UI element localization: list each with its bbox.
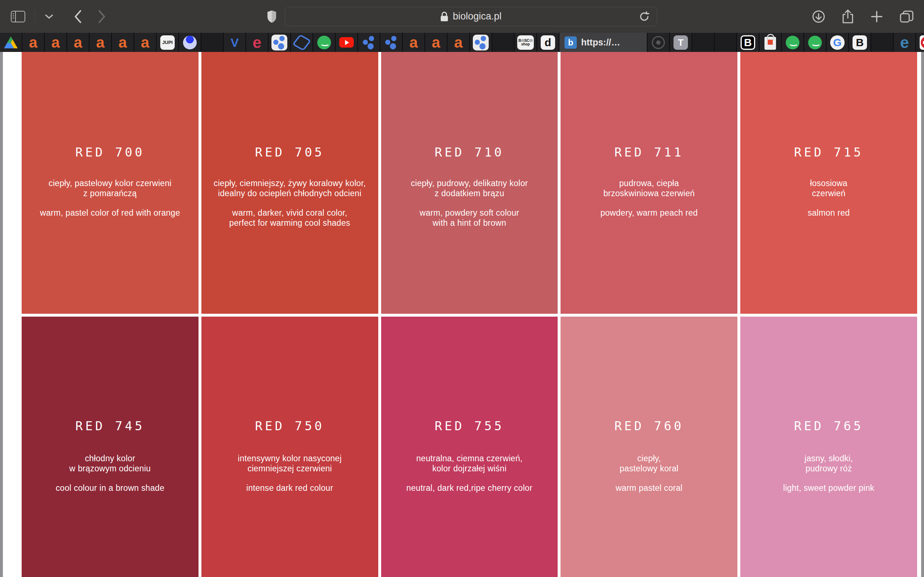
- molecule-plate-favicon: [271, 35, 287, 50]
- right-page-margin: [921, 52, 924, 577]
- allegro-favicon: a: [432, 35, 440, 50]
- color-description-pl: jasny, słodki,pudrowy róż: [740, 453, 917, 474]
- url-bar[interactable]: biologica.pl: [285, 7, 657, 26]
- color-code: RED 760: [561, 419, 737, 433]
- chat-favicon[interactable]: [804, 33, 827, 52]
- color-card-red-715: RED 715 łososiowaczerwień salmon red: [740, 52, 917, 314]
- blank-slot: [871, 33, 894, 52]
- color-card-red-705: RED 705 ciepły, ciemniejszy, żywy koralo…: [201, 52, 378, 314]
- hexagon-favicon[interactable]: [291, 33, 313, 52]
- color-code: RED 745: [22, 419, 199, 433]
- url-text: biologica.pl: [452, 11, 501, 22]
- allegro-favicon[interactable]: a: [67, 33, 89, 52]
- letter-d-favicon[interactable]: d: [537, 33, 559, 52]
- color-card-red-711: RED 711 pudrowa, ciepłabrzoskwiniowa cze…: [561, 52, 737, 314]
- tab-active[interactable]: bhttps://…: [559, 33, 648, 52]
- allegro-favicon[interactable]: a: [45, 33, 67, 52]
- webpage-content: RED 700 ciepły, pastelowy kolor czerwien…: [0, 52, 924, 577]
- letter-b-favicon: B: [741, 35, 755, 50]
- sidebar-icon: [11, 11, 25, 23]
- shopping-bag-favicon[interactable]: [759, 33, 782, 52]
- chat-favicon[interactable]: [313, 33, 336, 52]
- molecule-plate-favicon[interactable]: [470, 33, 492, 52]
- google-drive-favicon[interactable]: [0, 33, 23, 52]
- shopping-bag-favicon: [764, 37, 776, 50]
- color-description-en: salmon red: [740, 208, 917, 218]
- download-icon: [812, 10, 825, 23]
- book-b-favicon[interactable]: B: [849, 33, 871, 52]
- youtube-favicon[interactable]: [336, 33, 358, 52]
- bosco-shop-favicon[interactable]: B☉SC☉ shop: [515, 33, 537, 52]
- allegro-favicon[interactable]: a: [447, 33, 470, 52]
- color-code: RED 755: [381, 419, 558, 433]
- chevron-down-icon: [44, 14, 54, 19]
- v-shield-favicon: V: [231, 36, 239, 49]
- allegro-favicon: a: [409, 35, 418, 50]
- jupi-favicon: JUPI: [160, 35, 175, 50]
- sidebar-chevron-button[interactable]: [44, 14, 54, 19]
- downloads-button[interactable]: [812, 10, 825, 23]
- chat-favicon: [808, 36, 822, 49]
- letter-d-favicon: d: [541, 35, 555, 50]
- reload-icon: [639, 11, 650, 22]
- color-code: RED 715: [740, 145, 917, 160]
- ball-favicon[interactable]: [179, 33, 201, 52]
- back-button[interactable]: [74, 10, 82, 23]
- allegro-favicon: a: [29, 35, 37, 50]
- allegro-favicon: a: [51, 35, 60, 50]
- swiss-cross-favicon[interactable]: [916, 33, 924, 52]
- color-description-pl: ciepły,pastelowy koral: [561, 453, 737, 474]
- allegro-favicon[interactable]: a: [425, 33, 447, 52]
- molecule-favicon: [362, 35, 376, 50]
- google-favicon[interactable]: G: [827, 33, 849, 52]
- color-code: RED 765: [740, 419, 917, 433]
- reload-button[interactable]: [639, 11, 650, 22]
- sidebar-toggle-button[interactable]: [11, 11, 25, 23]
- molecule-plate-favicon[interactable]: [268, 33, 291, 52]
- shield-icon: [267, 10, 277, 23]
- empik-favicon[interactable]: e: [246, 33, 268, 52]
- allegro-favicon[interactable]: a: [89, 33, 112, 52]
- google-drive-favicon: [4, 36, 18, 48]
- color-description-en: cool colour in a brown shade: [22, 483, 199, 493]
- left-page-margin: [0, 52, 3, 577]
- molecule-favicon: [384, 35, 399, 50]
- allegro-favicon[interactable]: a: [112, 33, 134, 52]
- tabs-icon: [900, 10, 914, 23]
- color-code: RED 710: [381, 145, 558, 160]
- forward-button[interactable]: [98, 10, 106, 23]
- color-description-en: warm pastel coral: [561, 483, 737, 493]
- allegro-favicon: a: [118, 35, 127, 50]
- color-description-pl: chłodny kolorw brązowym odcieniu: [22, 453, 199, 474]
- color-description-pl: ciepły, ciemniejszy, żywy koralowy kolor…: [201, 178, 378, 198]
- target-favicon[interactable]: [648, 33, 670, 52]
- letter-t-favicon[interactable]: T: [670, 33, 692, 52]
- lock-icon: [440, 11, 448, 22]
- color-description-en: neutral, dark red,ripe cherry color: [381, 483, 558, 493]
- new-tab-button[interactable]: [871, 10, 883, 23]
- google-favicon: G: [830, 35, 845, 50]
- color-code: RED 700: [22, 145, 199, 160]
- allegro-favicon[interactable]: a: [23, 33, 45, 52]
- v-shield-favicon[interactable]: V: [224, 33, 246, 52]
- allegro-favicon[interactable]: a: [403, 33, 425, 52]
- privacy-shield-button[interactable]: [267, 10, 277, 23]
- blank-slot: [692, 33, 715, 52]
- tab-overview-button[interactable]: [900, 10, 914, 23]
- letter-e-favicon[interactable]: e: [894, 33, 916, 52]
- molecule-plate-favicon: [473, 35, 489, 50]
- jupi-favicon[interactable]: JUPI: [157, 33, 179, 52]
- molecule-favicon[interactable]: [380, 33, 403, 52]
- share-button[interactable]: [842, 10, 854, 24]
- plus-icon: [871, 10, 883, 23]
- allegro-favicon[interactable]: a: [134, 33, 157, 52]
- letter-b-favicon[interactable]: B: [737, 33, 759, 52]
- molecule-favicon[interactable]: [358, 33, 380, 52]
- favorites-bar: aaaaaaJUPIVeaaaB☉SC☉ shopdbhttps://…TBGB…: [0, 33, 924, 52]
- chat-favicon[interactable]: [782, 33, 804, 52]
- toolbar-divider: [35, 10, 35, 23]
- empik-favicon: e: [253, 35, 261, 50]
- chat-favicon: [317, 36, 331, 49]
- color-card-red-755: RED 755 neutralna, ciemna czerwień,kolor…: [381, 317, 558, 577]
- chat-favicon: [786, 36, 800, 49]
